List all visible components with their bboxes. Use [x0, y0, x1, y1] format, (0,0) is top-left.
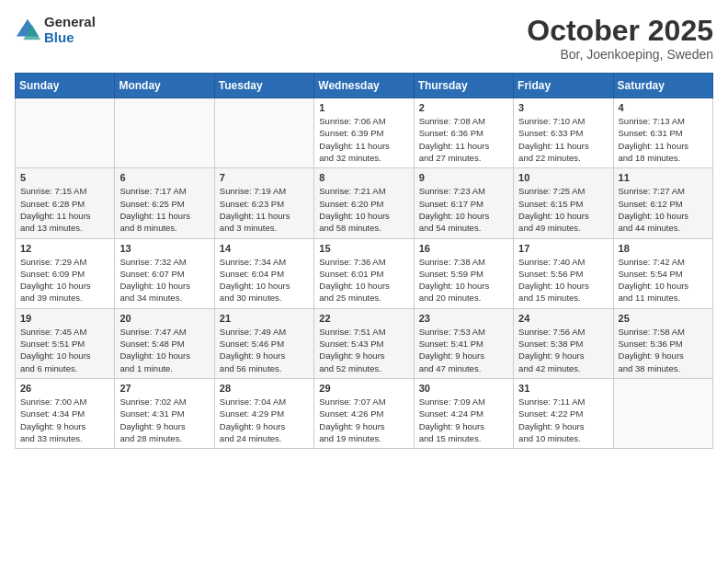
- location-text: Bor, Joenkoeping, Sweden: [527, 47, 713, 62]
- day-number: 11: [619, 172, 708, 183]
- day-info: Sunrise: 7:23 AM Sunset: 6:17 PM Dayligh…: [419, 185, 508, 234]
- day-number: 27: [119, 383, 209, 394]
- day-info: Sunrise: 7:49 AM Sunset: 5:46 PM Dayligh…: [220, 326, 309, 374]
- calendar-table: SundayMondayTuesdayWednesdayThursdayFrid…: [15, 73, 713, 449]
- calendar-cell: 30Sunrise: 7:09 AM Sunset: 4:24 PM Dayli…: [414, 378, 513, 448]
- weekday-header-friday: Friday: [514, 74, 613, 98]
- day-number: 31: [518, 383, 608, 394]
- day-info: Sunrise: 7:45 AM Sunset: 5:51 PM Dayligh…: [20, 326, 109, 374]
- day-number: 7: [220, 172, 309, 183]
- calendar-cell: 9Sunrise: 7:23 AM Sunset: 6:17 PM Daylig…: [414, 168, 513, 238]
- day-number: 18: [619, 243, 708, 254]
- day-info: Sunrise: 7:58 AM Sunset: 5:36 PM Dayligh…: [619, 326, 708, 374]
- day-info: Sunrise: 7:27 AM Sunset: 6:12 PM Dayligh…: [619, 185, 708, 234]
- calendar-cell: 5Sunrise: 7:15 AM Sunset: 6:28 PM Daylig…: [16, 168, 115, 238]
- logo-blue-text: Blue: [44, 30, 96, 46]
- weekday-header-monday: Monday: [115, 74, 214, 98]
- logo-text: General Blue: [44, 15, 96, 45]
- day-info: Sunrise: 7:17 AM Sunset: 6:25 PM Dayligh…: [119, 185, 209, 234]
- day-info: Sunrise: 7:53 AM Sunset: 5:41 PM Dayligh…: [419, 326, 508, 374]
- day-info: Sunrise: 7:10 AM Sunset: 6:33 PM Dayligh…: [518, 115, 608, 164]
- day-number: 28: [220, 383, 309, 394]
- day-info: Sunrise: 7:06 AM Sunset: 6:39 PM Dayligh…: [319, 115, 408, 164]
- calendar-cell: 8Sunrise: 7:21 AM Sunset: 6:20 PM Daylig…: [314, 168, 414, 238]
- day-info: Sunrise: 7:29 AM Sunset: 6:09 PM Dayligh…: [20, 256, 109, 304]
- title-block: October 2025 Bor, Joenkoeping, Sweden: [527, 15, 713, 62]
- day-number: 9: [419, 172, 508, 183]
- calendar-cell: 19Sunrise: 7:45 AM Sunset: 5:51 PM Dayli…: [16, 308, 115, 378]
- weekday-header-saturday: Saturday: [613, 74, 712, 98]
- logo-general-text: General: [44, 15, 96, 30]
- calendar-week-2: 5Sunrise: 7:15 AM Sunset: 6:28 PM Daylig…: [16, 168, 713, 238]
- calendar-week-1: 1Sunrise: 7:06 AM Sunset: 6:39 PM Daylig…: [16, 98, 713, 168]
- month-title: October 2025: [527, 15, 713, 47]
- calendar-week-3: 12Sunrise: 7:29 AM Sunset: 6:09 PM Dayli…: [16, 238, 713, 308]
- calendar-cell: [16, 98, 115, 168]
- calendar-cell: 21Sunrise: 7:49 AM Sunset: 5:46 PM Dayli…: [214, 308, 313, 378]
- calendar-cell: 15Sunrise: 7:36 AM Sunset: 6:01 PM Dayli…: [314, 238, 414, 308]
- calendar-cell: 24Sunrise: 7:56 AM Sunset: 5:38 PM Dayli…: [514, 308, 613, 378]
- calendar-cell: 1Sunrise: 7:06 AM Sunset: 6:39 PM Daylig…: [314, 98, 414, 168]
- day-number: 22: [319, 313, 408, 324]
- day-number: 1: [319, 102, 408, 113]
- weekday-header-wednesday: Wednesday: [314, 74, 414, 98]
- logo: General Blue: [15, 15, 96, 45]
- day-info: Sunrise: 7:02 AM Sunset: 4:31 PM Dayligh…: [119, 396, 209, 444]
- calendar-cell: 20Sunrise: 7:47 AM Sunset: 5:48 PM Dayli…: [115, 308, 214, 378]
- day-info: Sunrise: 7:51 AM Sunset: 5:43 PM Dayligh…: [319, 326, 408, 374]
- day-number: 21: [220, 313, 309, 324]
- day-info: Sunrise: 7:00 AM Sunset: 4:34 PM Dayligh…: [20, 396, 109, 444]
- day-number: 3: [518, 102, 608, 113]
- day-number: 15: [319, 243, 408, 254]
- calendar-cell: 10Sunrise: 7:25 AM Sunset: 6:15 PM Dayli…: [514, 168, 613, 238]
- logo-icon: [15, 17, 40, 43]
- day-number: 23: [419, 313, 508, 324]
- day-info: Sunrise: 7:07 AM Sunset: 4:26 PM Dayligh…: [319, 396, 408, 444]
- calendar-cell: [214, 98, 313, 168]
- day-number: 12: [20, 243, 109, 254]
- day-number: 29: [319, 383, 408, 394]
- day-number: 5: [20, 172, 109, 183]
- day-info: Sunrise: 7:38 AM Sunset: 5:59 PM Dayligh…: [419, 256, 508, 304]
- calendar-cell: [613, 378, 712, 448]
- calendar-cell: 25Sunrise: 7:58 AM Sunset: 5:36 PM Dayli…: [613, 308, 712, 378]
- day-number: 30: [419, 383, 508, 394]
- calendar-cell: 31Sunrise: 7:11 AM Sunset: 4:22 PM Dayli…: [514, 378, 613, 448]
- calendar-cell: 26Sunrise: 7:00 AM Sunset: 4:34 PM Dayli…: [16, 378, 115, 448]
- day-info: Sunrise: 7:56 AM Sunset: 5:38 PM Dayligh…: [518, 326, 608, 374]
- day-number: 20: [119, 313, 209, 324]
- day-info: Sunrise: 7:34 AM Sunset: 6:04 PM Dayligh…: [220, 256, 309, 304]
- weekday-header-tuesday: Tuesday: [214, 74, 313, 98]
- calendar-cell: 27Sunrise: 7:02 AM Sunset: 4:31 PM Dayli…: [115, 378, 214, 448]
- calendar-cell: 4Sunrise: 7:13 AM Sunset: 6:31 PM Daylig…: [613, 98, 712, 168]
- calendar-cell: 12Sunrise: 7:29 AM Sunset: 6:09 PM Dayli…: [16, 238, 115, 308]
- calendar-cell: 23Sunrise: 7:53 AM Sunset: 5:41 PM Dayli…: [414, 308, 513, 378]
- calendar-cell: 7Sunrise: 7:19 AM Sunset: 6:23 PM Daylig…: [214, 168, 313, 238]
- day-number: 14: [220, 243, 309, 254]
- day-number: 8: [319, 172, 408, 183]
- day-info: Sunrise: 7:21 AM Sunset: 6:20 PM Dayligh…: [319, 185, 408, 234]
- day-number: 26: [20, 383, 109, 394]
- day-number: 19: [20, 313, 109, 324]
- calendar-week-4: 19Sunrise: 7:45 AM Sunset: 5:51 PM Dayli…: [16, 308, 713, 378]
- day-number: 6: [119, 172, 209, 183]
- calendar-cell: 3Sunrise: 7:10 AM Sunset: 6:33 PM Daylig…: [514, 98, 613, 168]
- day-info: Sunrise: 7:36 AM Sunset: 6:01 PM Dayligh…: [319, 256, 408, 304]
- day-info: Sunrise: 7:42 AM Sunset: 5:54 PM Dayligh…: [619, 256, 708, 304]
- day-number: 4: [619, 102, 708, 113]
- calendar-week-5: 26Sunrise: 7:00 AM Sunset: 4:34 PM Dayli…: [16, 378, 713, 448]
- calendar-header-row: SundayMondayTuesdayWednesdayThursdayFrid…: [16, 74, 713, 98]
- calendar-cell: 17Sunrise: 7:40 AM Sunset: 5:56 PM Dayli…: [514, 238, 613, 308]
- day-info: Sunrise: 7:47 AM Sunset: 5:48 PM Dayligh…: [119, 326, 209, 374]
- calendar-cell: 22Sunrise: 7:51 AM Sunset: 5:43 PM Dayli…: [314, 308, 414, 378]
- day-number: 13: [119, 243, 209, 254]
- calendar-cell: 14Sunrise: 7:34 AM Sunset: 6:04 PM Dayli…: [214, 238, 313, 308]
- page-header: General Blue October 2025 Bor, Joenkoepi…: [15, 15, 713, 62]
- day-info: Sunrise: 7:19 AM Sunset: 6:23 PM Dayligh…: [220, 185, 309, 234]
- calendar-cell: 13Sunrise: 7:32 AM Sunset: 6:07 PM Dayli…: [115, 238, 214, 308]
- day-number: 2: [419, 102, 508, 113]
- calendar-cell: 28Sunrise: 7:04 AM Sunset: 4:29 PM Dayli…: [214, 378, 313, 448]
- day-info: Sunrise: 7:09 AM Sunset: 4:24 PM Dayligh…: [419, 396, 508, 444]
- weekday-header-sunday: Sunday: [16, 74, 115, 98]
- weekday-header-thursday: Thursday: [414, 74, 513, 98]
